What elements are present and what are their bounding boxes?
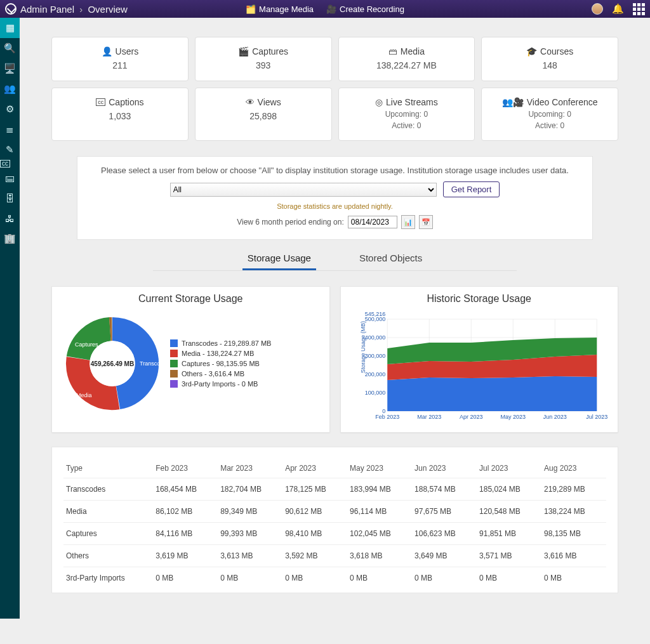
svg-text:100,000: 100,000 [364, 390, 385, 396]
sidebar-item-monitor[interactable]: 🖥️ [0, 58, 20, 79]
breadcrumb: Admin Panel › Overview [20, 4, 128, 15]
table-header: Mar 2023 [218, 459, 282, 478]
card-captions[interactable]: ccCaptions 1,033 [51, 88, 189, 141]
area-chart: Storage Usage (MB) [347, 310, 612, 424]
media-icon: 🗃 [388, 46, 397, 56]
svg-text:200,000: 200,000 [364, 371, 385, 378]
card-video-conference[interactable]: 👥🎥Video Conference Upcoming: 0 Active: 0 [481, 88, 618, 141]
table-row: 3rd-Party Imports0 MB0 MB0 MB0 MB0 MB0 M… [63, 567, 606, 589]
card-captures[interactable]: 🎬Captures 393 [195, 37, 332, 81]
card-users[interactable]: 👤Users 211 [51, 37, 189, 81]
card-courses[interactable]: 🎓Courses 148 [481, 37, 618, 81]
panel-historic-storage: Historic Storage Usage Storage Usage (MB… [340, 286, 619, 433]
card-views[interactable]: 👁Views 25,898 [195, 88, 332, 141]
donut-seg-transcodes: Transcodes [140, 360, 169, 367]
sidebar-item-devices[interactable]: 🖧 [0, 208, 20, 228]
storage-table-panel: TypeFeb 2023Mar 2023Apr 2023May 2023Jun … [51, 447, 618, 593]
breadcrumb-page: Overview [88, 4, 128, 15]
captures-icon: 🎬 [238, 46, 249, 56]
donut-seg-captures: Captures [75, 341, 98, 348]
live-icon: ◎ [375, 97, 383, 107]
brand-logo-icon [5, 3, 17, 15]
svg-text:Apr 2023: Apr 2023 [459, 414, 482, 420]
users-icon: 👤 [102, 46, 112, 56]
svg-text:Storage Usage (MB): Storage Usage (MB) [360, 321, 366, 373]
svg-text:500,000: 500,000 [364, 316, 385, 322]
breadcrumb-root[interactable]: Admin Panel [20, 4, 74, 15]
manage-media-link[interactable]: 🗂️ Manage Media [246, 4, 314, 14]
card-live-upcoming: Upcoming: 0 [344, 110, 470, 119]
donut-seg-media: Media [76, 392, 92, 398]
top-bar: Admin Panel › Overview 🗂️ Manage Media 🎥… [0, 0, 650, 18]
views-icon: 👁 [246, 97, 255, 107]
panel-current-storage: Current Storage Usage 459,266.49 MB Tran [51, 286, 330, 433]
svg-point-4 [90, 341, 135, 386]
sidebar-item-dashboard[interactable]: ▦ [0, 18, 20, 38]
calendar-icon[interactable]: 📅 [419, 215, 433, 229]
card-users-value: 211 [57, 60, 183, 70]
table-row: Others3,619 MB3,613 MB3,592 MB3,618 MB3,… [63, 545, 606, 567]
svg-text:Jul 2023: Jul 2023 [586, 414, 607, 420]
card-views-value: 25,898 [201, 111, 326, 121]
record-icon: 🎥 [326, 4, 336, 14]
date-chart-icon[interactable]: 📊 [401, 215, 415, 229]
vc-icon: 👥🎥 [502, 97, 524, 107]
card-vc-upcoming: Upcoming: 0 [487, 110, 613, 119]
storage-tabs: Storage Usage Stored Objects [153, 249, 517, 271]
table-row: Transcodes168,454 MB182,704 MB178,125 MB… [63, 478, 606, 501]
table-header: Jun 2023 [412, 459, 477, 478]
table-header: Type [63, 459, 153, 478]
courses-icon: 🎓 [526, 46, 537, 56]
filter-help-text: Please select a user from below or choos… [90, 166, 580, 175]
svg-text:Mar 2023: Mar 2023 [417, 414, 441, 420]
sidebar-item-captions[interactable]: cc [0, 160, 10, 168]
table-header: Aug 2023 [541, 459, 606, 478]
card-media[interactable]: 🗃Media 138,224.27 MB [338, 37, 475, 81]
sidebar-item-settings[interactable]: ⚙ [0, 99, 20, 119]
period-label: View 6 month period ending on: [237, 218, 344, 227]
main-content: 👤Users 211 🎬Captures 393 🗃Media 138,224.… [20, 18, 650, 619]
donut-legend: Transcodes - 219,289.87 MB Media - 138,2… [170, 337, 271, 390]
area-title: Historic Storage Usage [347, 293, 612, 305]
sidebar-item-library[interactable]: ≣ [0, 119, 20, 140]
svg-text:Feb 2023: Feb 2023 [375, 414, 399, 420]
table-row: Captures84,116 MB99,393 MB98,410 MB102,0… [63, 523, 606, 545]
table-header: Jul 2023 [477, 459, 541, 478]
media-library-icon: 🗂️ [246, 4, 256, 14]
storage-table: TypeFeb 2023Mar 2023Apr 2023May 2023Jun … [63, 459, 606, 589]
table-header: Feb 2023 [153, 459, 218, 478]
svg-text:Jun 2023: Jun 2023 [543, 414, 566, 420]
report-filter-box: Please select a user from below or choos… [77, 156, 593, 240]
table-header: May 2023 [347, 459, 412, 478]
svg-text:400,000: 400,000 [364, 334, 385, 341]
card-live-streams[interactable]: ◎Live Streams Upcoming: 0 Active: 0 [338, 88, 475, 141]
donut-title: Current Storage Usage [58, 293, 323, 305]
get-report-button[interactable]: Get Report [443, 181, 500, 197]
tab-storage-usage[interactable]: Storage Usage [242, 249, 316, 270]
svg-text:300,000: 300,000 [364, 353, 385, 359]
table-row: Media86,102 MB89,349 MB90,612 MB96,114 M… [63, 501, 606, 523]
breadcrumb-sep-icon: › [79, 4, 83, 15]
sidebar-item-paint[interactable]: ✎ [0, 140, 20, 160]
sidebar: ▦ 🔍 🖥️ 👥 ⚙ ≣ ✎ cc 🖴 🗄 🖧 🏢 [0, 18, 20, 619]
captions-icon: cc [96, 98, 105, 106]
period-date-input[interactable] [348, 216, 397, 228]
apps-grid-icon[interactable] [633, 3, 645, 15]
filter-note: Storage statistics are updated nightly. [90, 202, 580, 210]
notifications-icon[interactable]: 🔔 [612, 3, 624, 15]
table-header: Apr 2023 [282, 459, 347, 478]
avatar[interactable] [592, 3, 603, 15]
card-captures-value: 393 [201, 60, 326, 70]
sidebar-item-storage[interactable]: 🖴 [0, 168, 20, 188]
tab-stored-objects[interactable]: Stored Objects [354, 249, 427, 270]
manage-media-label: Manage Media [259, 4, 314, 14]
sidebar-item-users[interactable]: 👥 [0, 79, 20, 99]
donut-chart: 459,266.49 MB Transcodes Media Captures [58, 310, 166, 417]
sidebar-item-archive[interactable]: 🗄 [0, 188, 20, 208]
card-courses-value: 148 [487, 60, 613, 70]
svg-text:May 2023: May 2023 [500, 414, 526, 420]
sidebar-item-building[interactable]: 🏢 [0, 228, 20, 249]
sidebar-item-search[interactable]: 🔍 [0, 38, 20, 58]
create-recording-link[interactable]: 🎥 Create Recording [326, 4, 404, 14]
user-select[interactable]: All [170, 183, 437, 197]
